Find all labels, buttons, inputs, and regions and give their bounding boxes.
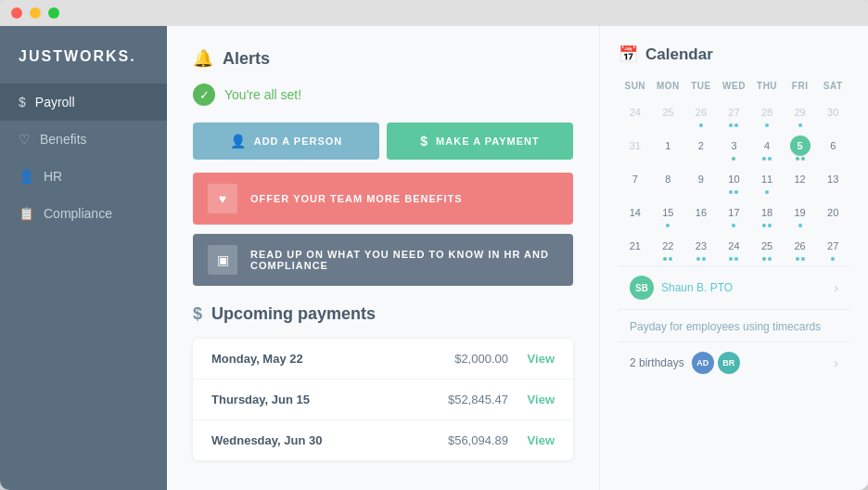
- app-window: JUSTWORKS. $ Payroll ♡ Benefits 👤 HR 📋 C…: [0, 0, 868, 490]
- cal-num: 8: [657, 169, 678, 189]
- chevron-right-icon: ›: [834, 280, 838, 295]
- payment-icon: $: [420, 134, 428, 148]
- sidebar-item-compliance[interactable]: 📋 Compliance: [0, 195, 167, 232]
- logo: JUSTWORKS.: [0, 35, 167, 84]
- all-set-row: ✓ You're all set!: [193, 84, 573, 106]
- close-button[interactable]: [11, 7, 22, 19]
- cal-num: 10: [723, 169, 744, 189]
- cal-num: 24: [625, 102, 645, 122]
- cal-cell: 27: [718, 98, 751, 132]
- add-person-label: ADD A PERSON: [254, 135, 343, 147]
- cal-num: 23: [691, 236, 711, 256]
- cal-cell: 4: [750, 132, 784, 165]
- calendar-week-3: 7 8 9 10 11 12 13: [619, 165, 849, 199]
- pto-event[interactable]: SB Shaun B. PTO ›: [619, 265, 849, 309]
- day-sun: SUN: [619, 77, 652, 95]
- cal-cell: 13: [816, 165, 849, 199]
- calendar-grid: SUN MON TUE WED THU FRI SAT 24 25 26 27 …: [619, 77, 849, 265]
- birthday-avatars: AD BR: [692, 352, 740, 374]
- avatar-ad: AD: [692, 352, 714, 374]
- cal-num: 28: [757, 102, 777, 122]
- day-thu: THU: [750, 77, 784, 95]
- cal-cell: 3: [718, 132, 751, 165]
- calendar-week-4: 14 15 16 17 18 19 20: [619, 199, 849, 232]
- pto-event-left: SB Shaun B. PTO: [630, 276, 733, 300]
- cal-cell: 24: [619, 98, 652, 132]
- cal-num: 17: [723, 202, 744, 223]
- add-person-icon: 👤: [230, 134, 247, 148]
- payment-amount-1: $2,000.00: [415, 352, 508, 366]
- calendar-icon: 📅: [619, 45, 638, 64]
- payment-date-1: Monday, May 22: [211, 352, 415, 366]
- heart-banner-icon: ♥: [208, 184, 237, 213]
- calendar-week-1: 24 25 26 27 28 29 30: [619, 98, 849, 132]
- payments-title: Upcoming payments: [211, 304, 376, 324]
- cal-num: 3: [723, 135, 744, 156]
- titlebar: [0, 0, 868, 26]
- book-icon: ▣: [208, 245, 237, 275]
- cal-num: 27: [723, 102, 744, 122]
- birthdays-chevron-icon: ›: [834, 355, 838, 370]
- payment-amount-2: $52,845.47: [415, 393, 508, 406]
- calendar-header: 📅 Calendar: [619, 45, 849, 64]
- sidebar-item-payroll[interactable]: $ Payroll: [0, 84, 167, 121]
- minimize-button[interactable]: [30, 7, 41, 19]
- cal-num: 25: [657, 102, 678, 122]
- cal-num: 13: [823, 169, 843, 189]
- person-icon: 👤: [19, 169, 34, 184]
- alerts-title: Alerts: [223, 49, 270, 69]
- cal-num: 27: [823, 236, 843, 256]
- cal-num: 14: [625, 202, 645, 223]
- sidebar: JUSTWORKS. $ Payroll ♡ Benefits 👤 HR 📋 C…: [0, 26, 167, 490]
- cal-cell: 2: [684, 132, 718, 165]
- day-sat: SAT: [816, 77, 849, 95]
- day-fri: FRI: [784, 77, 817, 95]
- cal-cell: 31: [619, 132, 652, 165]
- cal-cell: 26: [684, 98, 718, 132]
- cal-cell: 28: [750, 98, 784, 132]
- cal-cell: 22: [652, 232, 685, 265]
- birthdays-left: 2 birthdays AD BR: [630, 352, 740, 374]
- clipboard-icon: 📋: [19, 206, 34, 221]
- cal-num: 9: [691, 169, 711, 189]
- payment-view-1[interactable]: View: [508, 352, 555, 366]
- cal-num: 22: [657, 236, 678, 256]
- cal-cell: 18: [750, 199, 784, 232]
- calendar-week-2: 31 1 2 3 4 5 6: [619, 132, 849, 165]
- payment-row: Monday, May 22 $2,000.00 View: [193, 339, 573, 380]
- payment-view-2[interactable]: View: [508, 393, 555, 406]
- payment-view-3[interactable]: View: [508, 433, 555, 447]
- calendar-title-text: Calendar: [645, 45, 713, 64]
- benefits-banner[interactable]: ♥ OFFER YOUR TEAM MORE BENEFITS: [193, 173, 573, 225]
- cal-cell: 25: [750, 232, 784, 265]
- hr-banner[interactable]: ▣ READ UP ON WHAT YOU NEED TO KNOW IN HR…: [193, 234, 573, 286]
- payment-row: Thursday, Jun 15 $52,845.47 View: [193, 380, 573, 420]
- heart-icon: ♡: [19, 132, 31, 147]
- cal-num: 12: [790, 169, 811, 189]
- sidebar-item-benefits-label: Benefits: [40, 132, 87, 147]
- add-person-button[interactable]: 👤 ADD A PERSON: [193, 122, 379, 160]
- payment-date-3: Wednesday, Jun 30: [211, 433, 415, 447]
- maximize-button[interactable]: [48, 7, 59, 19]
- sidebar-item-hr-label: HR: [44, 169, 62, 184]
- cal-num: 26: [691, 102, 711, 122]
- payments-table: Monday, May 22 $2,000.00 View Thursday, …: [193, 339, 573, 460]
- birthdays-event[interactable]: 2 birthdays AD BR ›: [619, 342, 849, 383]
- cal-num: 18: [757, 202, 777, 223]
- hr-banner-text: READ UP ON WHAT YOU NEED TO KNOW IN HR A…: [250, 249, 558, 271]
- cal-cell: 16: [684, 199, 718, 232]
- cal-num: 19: [790, 202, 811, 223]
- cal-num: 20: [823, 202, 843, 223]
- cal-cell: 27: [816, 232, 849, 265]
- cal-num: 31: [625, 135, 645, 156]
- sidebar-item-hr[interactable]: 👤 HR: [0, 158, 167, 195]
- day-mon: MON: [652, 77, 685, 95]
- right-panel: 📅 Calendar SUN MON TUE WED THU FRI SAT 2…: [599, 26, 868, 490]
- cal-num: 11: [757, 169, 777, 189]
- make-payment-button[interactable]: $ MAKE A PAYMENT: [387, 122, 573, 160]
- cal-num: 29: [790, 102, 811, 122]
- app-body: JUSTWORKS. $ Payroll ♡ Benefits 👤 HR 📋 C…: [0, 26, 868, 490]
- sidebar-item-benefits[interactable]: ♡ Benefits: [0, 121, 167, 158]
- cal-num: 1: [657, 135, 678, 156]
- action-buttons-row: 👤 ADD A PERSON $ MAKE A PAYMENT: [193, 122, 573, 160]
